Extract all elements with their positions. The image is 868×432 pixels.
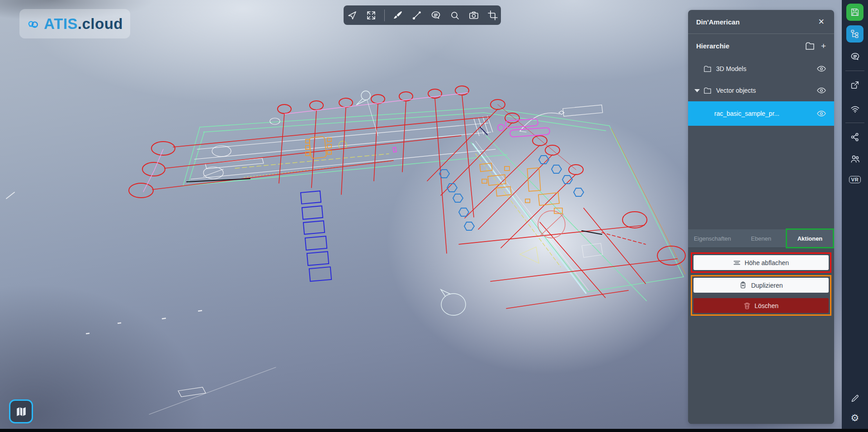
caret-down-icon[interactable] <box>694 89 700 92</box>
logo-brand: ATIS <box>44 15 78 32</box>
panel-header: Din'American × <box>688 10 834 34</box>
edit-button[interactable] <box>846 389 863 407</box>
measure-icon <box>411 10 422 21</box>
screenshot-tool-button[interactable] <box>466 7 482 24</box>
settings-icon: ⚙ <box>851 413 859 423</box>
crop-tool-button[interactable] <box>485 7 501 24</box>
navigate-tool-button[interactable] <box>344 7 360 24</box>
users-icon <box>850 154 860 164</box>
annotation-box-green: Aktionen <box>786 228 834 248</box>
annotation-box-orange: Duplizieren Löschen <box>691 275 831 316</box>
trash-icon <box>744 302 750 309</box>
add-item-button[interactable]: + <box>821 42 826 50</box>
tab-aktionen[interactable]: Aktionen <box>787 230 833 247</box>
visibility-eye-icon[interactable] <box>817 66 826 72</box>
hierarchy-tree-icon <box>850 29 860 39</box>
save-icon <box>850 7 860 17</box>
visibility-eye-icon[interactable] <box>817 110 826 117</box>
hierarchy-panel-button[interactable] <box>846 25 863 43</box>
open-external-button[interactable] <box>846 76 863 94</box>
app-logo[interactable]: ATIS.cloud <box>19 9 130 38</box>
visibility-eye-icon[interactable] <box>817 87 826 94</box>
connection-status-button[interactable] <box>846 100 863 117</box>
panel-tabs: Eigenschaften Ebenen Aktionen <box>688 229 834 248</box>
bottom-edge <box>0 429 868 432</box>
duplicate-icon <box>739 281 747 289</box>
logo-text: ATIS.cloud <box>44 15 123 33</box>
flatten-height-label: Höhe abflachen <box>745 259 789 266</box>
duplicate-label: Duplizieren <box>751 282 783 289</box>
comments-button[interactable] <box>846 48 863 65</box>
actions-section: Höhe abflachen Duplizieren Löschen <box>688 248 834 424</box>
comment-icon <box>850 52 860 62</box>
main-toolbar <box>344 5 501 25</box>
tree-item-3d-models[interactable]: 3D Models <box>688 58 834 80</box>
tree-item-label: 3D Models <box>716 65 817 72</box>
rail-divider <box>845 71 864 71</box>
search-tool-button[interactable] <box>447 7 463 24</box>
properties-panel: Din'American × Hierarchie + 3D Models Ve… <box>688 10 834 424</box>
right-sidebar: VR ⚙ <box>842 0 868 432</box>
search-icon <box>449 10 460 21</box>
close-panel-button[interactable]: × <box>816 16 826 28</box>
collaborators-button[interactable] <box>846 150 863 167</box>
folder-group-button[interactable] <box>805 42 815 50</box>
screenshot-icon <box>468 10 479 21</box>
paintbrush-icon <box>392 10 403 21</box>
delete-button[interactable]: Löschen <box>693 298 829 313</box>
duplicate-button[interactable]: Duplizieren <box>693 278 829 293</box>
tab-eigenschaften[interactable]: Eigenschaften <box>688 229 737 247</box>
fullscreen-tool-button[interactable] <box>363 7 379 24</box>
share-icon <box>850 132 860 142</box>
pencil-icon <box>850 394 860 403</box>
tree-item-vector-objects[interactable]: Vector objects <box>688 80 834 101</box>
tree-item-label: rac_basic_sample_pr... <box>714 110 817 117</box>
vr-mode-button[interactable]: VR <box>846 171 863 188</box>
comment-icon <box>430 10 441 21</box>
flatten-icon <box>733 259 741 266</box>
cloud-logo-icon <box>27 14 39 33</box>
map-icon <box>15 406 27 418</box>
minimap-button[interactable] <box>9 399 33 423</box>
wifi-icon <box>850 104 860 114</box>
tab-ebenen[interactable]: Ebenen <box>737 229 786 247</box>
save-button[interactable] <box>846 4 863 21</box>
vr-icon: VR <box>849 176 861 183</box>
navigate-icon <box>347 10 358 21</box>
logo-suffix: .cloud <box>78 15 123 32</box>
tree-item-label: Vector objects <box>716 87 817 94</box>
hierarchy-title: Hierarchie <box>696 42 799 50</box>
hierarchy-header: Hierarchie + <box>688 34 834 58</box>
delete-label: Löschen <box>755 302 778 309</box>
fullscreen-icon <box>366 10 377 21</box>
comment-tool-button[interactable] <box>428 7 444 24</box>
folder-icon <box>703 66 712 72</box>
settings-button[interactable]: ⚙ <box>846 409 863 427</box>
hierarchy-tree: 3D Models Vector objects rac_basic_sampl… <box>688 58 834 229</box>
toolbar-divider <box>384 9 385 21</box>
atis-cloud-viewer: { "logo": { "brand": "ATIS", "suffix": "… <box>0 0 868 432</box>
folder-icon <box>703 87 712 94</box>
flatten-height-button[interactable]: Höhe abflachen <box>693 255 829 270</box>
folder-icon <box>805 42 815 50</box>
share-button[interactable] <box>846 128 863 146</box>
tree-item-rac-basic-sample-selected[interactable]: rac_basic_sample_pr... <box>688 101 834 126</box>
paintbrush-tool-button[interactable] <box>390 7 406 24</box>
crop-icon <box>487 10 498 21</box>
external-link-icon <box>850 80 860 90</box>
rail-divider <box>845 123 864 123</box>
annotation-box-red: Höhe abflachen <box>691 252 831 273</box>
measure-tool-button[interactable] <box>409 7 425 24</box>
panel-title: Din'American <box>696 18 816 26</box>
